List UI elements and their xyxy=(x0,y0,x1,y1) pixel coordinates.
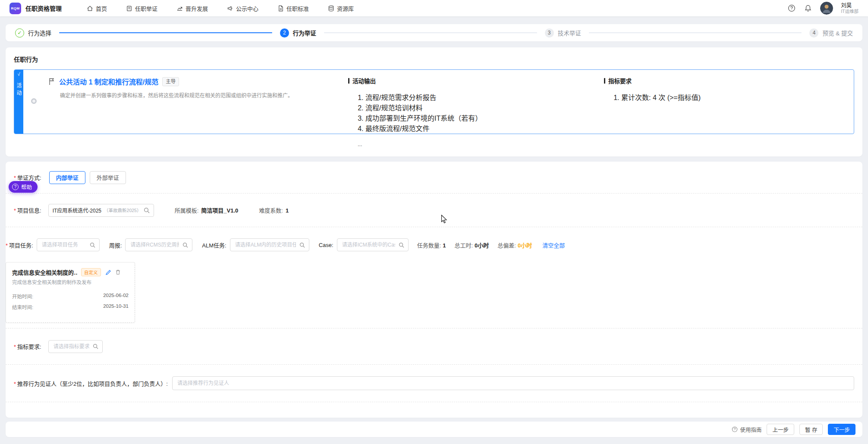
activity-tab: √ 活动 xyxy=(14,70,23,134)
step-label: 技术举证 xyxy=(558,28,581,37)
search-icon xyxy=(182,242,188,248)
step-label: 行为举证 xyxy=(293,28,316,37)
output-item: 最终版流程/规范文件 xyxy=(365,123,604,133)
total-hours: 总工时:0小时 xyxy=(454,241,489,249)
difficulty-meta: 难度系数:1 xyxy=(259,206,289,214)
home-icon xyxy=(87,5,93,12)
main-nav: 首页 任职举证 晋升发展 公示中心 任职标准 资源库 xyxy=(87,4,354,13)
behavior-section-title: 任职行为 xyxy=(14,55,854,63)
document-icon xyxy=(277,5,284,12)
project-info-input[interactable]: IT应用系统迭代-2025 （革故鼎新2025） xyxy=(48,204,154,217)
megaphone-icon xyxy=(227,5,233,12)
template-meta: 所属模板:简洁项目_V1.0 xyxy=(175,206,239,214)
delete-icon[interactable] xyxy=(115,269,121,275)
output-item: 流程/规范需求分析报告 xyxy=(365,92,604,102)
end-time-label: 结束时间: xyxy=(12,303,33,310)
project-task-label: 项目任务: xyxy=(6,241,33,249)
bell-icon[interactable] xyxy=(804,4,812,13)
outputs-list: 流程/规范需求分析报告 流程/规范培训材料 成功部署到生产环境的IT系统（若有）… xyxy=(348,92,604,133)
weekly-label: 周报: xyxy=(109,241,122,249)
help-circle-icon[interactable] xyxy=(787,4,796,13)
database-icon xyxy=(328,5,334,12)
growth-icon xyxy=(176,5,183,12)
alm-field[interactable] xyxy=(234,241,297,248)
nav-label: 晋升发展 xyxy=(186,4,208,13)
usage-guide-link[interactable]: 使用指南 xyxy=(732,425,761,434)
outputs-more: ... xyxy=(358,140,604,149)
step-tech-evidence[interactable]: 3 技术举证 xyxy=(545,28,581,38)
project-info-label: 项目信息: xyxy=(14,206,41,214)
project-task-input[interactable] xyxy=(37,238,100,251)
user-info[interactable]: 刘昊 IT运维部 xyxy=(841,3,859,14)
weekly-input[interactable] xyxy=(125,238,192,251)
nav-item-resource[interactable]: 资源库 xyxy=(328,4,354,13)
metric-requirement-input[interactable] xyxy=(48,340,103,353)
nav-label: 资源库 xyxy=(337,4,354,13)
total-deviation: 总偏差:0小时 xyxy=(497,241,532,249)
project-info-value-sub: （革故鼎新2025） xyxy=(104,207,141,213)
nav-item-promotion[interactable]: 晋升发展 xyxy=(176,4,208,13)
app-title: 任职资格管理 xyxy=(25,4,62,13)
nav-item-announcement[interactable]: 公示中心 xyxy=(227,4,258,13)
metric-requirement-field[interactable] xyxy=(53,343,90,350)
clipboard-icon xyxy=(126,5,132,12)
metrics-title: 指标要求 xyxy=(604,76,854,85)
template-label: 所属模板: xyxy=(175,207,199,214)
start-time-value: 2025-06-02 xyxy=(103,293,129,300)
step-connector xyxy=(59,32,272,33)
activity-outputs-col: 活动输出 流程/规范需求分析报告 流程/规范培训材料 成功部署到生产环境的IT系… xyxy=(348,76,604,134)
handle-icon[interactable] xyxy=(31,98,37,104)
clear-all-link[interactable]: 清空全部 xyxy=(542,241,565,249)
user-name: 刘昊 xyxy=(841,3,859,9)
nav-item-home[interactable]: 首页 xyxy=(87,4,107,13)
search-icon xyxy=(90,242,95,248)
difficulty-value: 1 xyxy=(286,207,289,214)
project-info-value: IT应用系统迭代-2025 xyxy=(53,206,101,214)
witness-input[interactable] xyxy=(172,376,854,390)
next-step-button[interactable]: 下一步 xyxy=(828,424,855,435)
activity-content: 公共活动 1 制定和推行流程/规范 主导 确定并创建一系列做事的步骤和标准，然后… xyxy=(23,70,854,134)
project-task-field[interactable] xyxy=(41,241,87,248)
activity-card[interactable]: √ 活动 公共活动 1 制定和推行流程/规范 主导 确定并创建一系列做事的步骤和… xyxy=(14,69,854,134)
prev-step-button[interactable]: 上一步 xyxy=(767,424,794,435)
step-label: 行为选择 xyxy=(28,28,51,37)
alm-input[interactable] xyxy=(230,238,309,251)
step-preview-submit[interactable]: 4 预览 & 提交 xyxy=(809,28,853,38)
user-avatar[interactable] xyxy=(820,2,833,15)
save-draft-button[interactable]: 暂 存 xyxy=(799,424,823,435)
witness-field[interactable] xyxy=(176,380,850,387)
activity-title[interactable]: 公共活动 1 制定和推行流程/规范 xyxy=(59,76,158,87)
help-floating-button[interactable]: ? 帮助 xyxy=(9,181,38,193)
internal-evidence-button[interactable]: 内部举证 xyxy=(49,171,85,184)
task-card-subtitle: 完成信息安全相关制度的制作及发布 xyxy=(12,278,129,285)
custom-tag: 自定义 xyxy=(81,268,101,276)
witness-section: 推荐行为见证人（至少2位，比如项目负责人，部门负责人）: xyxy=(6,365,862,402)
end-time-value: 2025-10-31 xyxy=(103,303,129,310)
evidence-method-section: 举证方式: 内部举证 外部举证 xyxy=(6,162,862,194)
edit-icon[interactable] xyxy=(105,269,111,275)
task-count-value: 1 xyxy=(443,242,446,249)
question-circle-icon xyxy=(732,426,738,432)
nav-item-standard[interactable]: 任职标准 xyxy=(277,4,309,13)
step-behavior-evidence[interactable]: 2 行为举证 xyxy=(280,28,316,38)
top-navbar: RQM 任职资格管理 首页 任职举证 晋升发展 公示中心 任职标准 资源库 xyxy=(0,0,868,16)
nav-label: 任职举证 xyxy=(135,4,157,13)
external-evidence-button[interactable]: 外部举证 xyxy=(90,171,126,184)
template-value: 简洁项目_V1.0 xyxy=(201,207,238,214)
nav-item-evidence[interactable]: 任职举证 xyxy=(126,4,157,13)
total-deviation-value: 0小时 xyxy=(518,242,532,249)
case-field[interactable] xyxy=(341,241,396,248)
evidence-method-label: 举证方式: xyxy=(14,173,41,181)
user-dept: IT运维部 xyxy=(841,9,859,14)
step-behavior-select[interactable]: ✓ 行为选择 xyxy=(15,28,51,38)
activity-main-col: 公共活动 1 制定和推行流程/规范 主导 确定并创建一系列做事的步骤和标准，然后… xyxy=(23,76,348,134)
nav-label: 公示中心 xyxy=(236,4,258,13)
step-connector xyxy=(324,32,537,33)
weekly-field[interactable] xyxy=(129,241,180,248)
case-input[interactable] xyxy=(337,238,409,251)
witness-label: 推荐行为见证人（至少2位，比如项目负责人，部门负责人）: xyxy=(14,379,168,388)
start-time-label: 开始时间: xyxy=(12,293,33,300)
task-card[interactable]: 完成信息安全相关制度的… 自定义 完成信息安全相关制度的制作及发布 开始时间: … xyxy=(6,262,135,323)
form-tail xyxy=(6,402,862,418)
step-label: 预览 & 提交 xyxy=(822,28,853,37)
